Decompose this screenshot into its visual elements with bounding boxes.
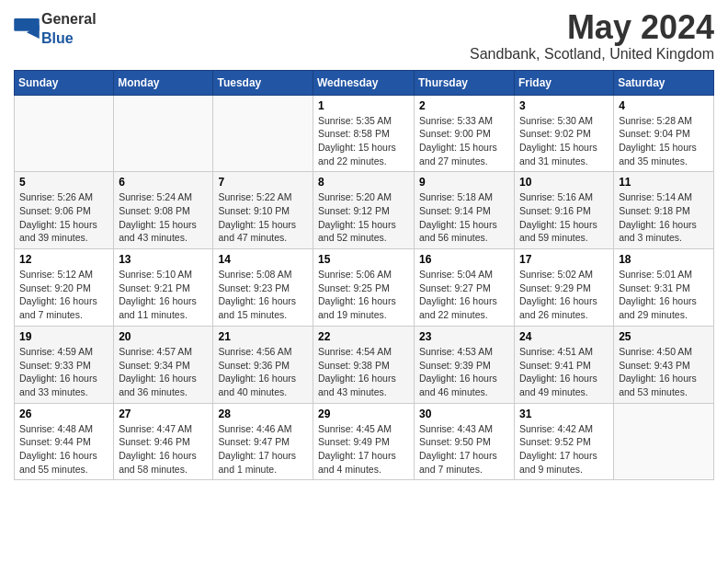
day-info: Sunrise: 5:12 AM Sunset: 9:20 PM Dayligh…	[19, 268, 108, 322]
month-title: May 2024	[470, 9, 714, 46]
calendar-cell: 16Sunrise: 5:04 AM Sunset: 9:27 PM Dayli…	[415, 249, 515, 327]
calendar-cell: 21Sunrise: 4:56 AM Sunset: 9:36 PM Dayli…	[213, 326, 313, 403]
day-number: 29	[318, 408, 409, 420]
day-info: Sunrise: 5:35 AM Sunset: 8:58 PM Dayligh…	[318, 114, 409, 168]
calendar-cell: 13Sunrise: 5:10 AM Sunset: 9:21 PM Dayli…	[114, 249, 213, 327]
day-number: 4	[619, 99, 709, 112]
calendar-cell	[614, 403, 714, 480]
logo-blue-text: Blue	[41, 30, 74, 46]
day-number: 13	[119, 253, 208, 266]
day-info: Sunrise: 4:53 AM Sunset: 9:39 PM Dayligh…	[419, 345, 509, 399]
page-header: General Blue May 2024 Sandbank, Scotland…	[14, 9, 714, 63]
header-row: SundayMondayTuesdayWednesdayThursdayFrid…	[15, 70, 714, 95]
calendar-cell: 3Sunrise: 5:30 AM Sunset: 9:02 PM Daylig…	[515, 95, 614, 172]
header-cell-saturday: Saturday	[614, 70, 714, 95]
day-number: 9	[419, 176, 509, 189]
day-number: 1	[318, 99, 409, 112]
generalblue-icon	[14, 18, 40, 39]
day-number: 28	[218, 408, 308, 420]
day-number: 12	[19, 253, 108, 266]
calendar-cell: 5Sunrise: 5:26 AM Sunset: 9:06 PM Daylig…	[15, 172, 114, 249]
day-info: Sunrise: 5:20 AM Sunset: 9:12 PM Dayligh…	[318, 190, 409, 245]
calendar-cell: 8Sunrise: 5:20 AM Sunset: 9:12 PM Daylig…	[313, 172, 415, 249]
calendar-cell: 15Sunrise: 5:06 AM Sunset: 9:25 PM Dayli…	[313, 249, 415, 327]
calendar-cell: 31Sunrise: 4:42 AM Sunset: 9:52 PM Dayli…	[515, 403, 614, 480]
day-number: 27	[119, 408, 208, 420]
calendar-cell: 17Sunrise: 5:02 AM Sunset: 9:29 PM Dayli…	[515, 249, 614, 327]
calendar-cell: 24Sunrise: 4:51 AM Sunset: 9:41 PM Dayli…	[515, 326, 614, 403]
calendar-cell: 14Sunrise: 5:08 AM Sunset: 9:23 PM Dayli…	[213, 249, 313, 327]
calendar-week-row: 1Sunrise: 5:35 AM Sunset: 8:58 PM Daylig…	[15, 95, 714, 172]
day-number: 16	[419, 253, 509, 266]
calendar-cell: 10Sunrise: 5:16 AM Sunset: 9:16 PM Dayli…	[515, 172, 614, 249]
calendar-cell: 9Sunrise: 5:18 AM Sunset: 9:14 PM Daylig…	[415, 172, 515, 249]
day-info: Sunrise: 4:51 AM Sunset: 9:41 PM Dayligh…	[519, 345, 609, 399]
header-cell-monday: Monday	[114, 70, 213, 95]
day-number: 5	[19, 176, 108, 189]
day-number: 26	[19, 408, 108, 420]
day-number: 23	[419, 330, 509, 343]
header-cell-friday: Friday	[515, 70, 614, 95]
day-number: 6	[119, 176, 208, 189]
header-cell-thursday: Thursday	[415, 70, 515, 95]
header-cell-sunday: Sunday	[15, 70, 114, 95]
day-info: Sunrise: 5:10 AM Sunset: 9:21 PM Dayligh…	[119, 268, 208, 322]
day-info: Sunrise: 5:24 AM Sunset: 9:08 PM Dayligh…	[119, 190, 208, 245]
calendar-cell: 18Sunrise: 5:01 AM Sunset: 9:31 PM Dayli…	[614, 249, 714, 327]
day-number: 14	[218, 253, 308, 266]
day-number: 3	[519, 99, 609, 112]
day-number: 24	[519, 330, 609, 343]
day-info: Sunrise: 5:14 AM Sunset: 9:18 PM Dayligh…	[619, 190, 709, 245]
calendar-header: SundayMondayTuesdayWednesdayThursdayFrid…	[15, 70, 714, 95]
day-info: Sunrise: 5:30 AM Sunset: 9:02 PM Dayligh…	[519, 114, 609, 168]
day-info: Sunrise: 4:42 AM Sunset: 9:52 PM Dayligh…	[519, 422, 609, 477]
day-info: Sunrise: 5:02 AM Sunset: 9:29 PM Dayligh…	[519, 268, 609, 322]
day-info: Sunrise: 4:47 AM Sunset: 9:46 PM Dayligh…	[119, 422, 208, 477]
day-number: 11	[619, 176, 709, 189]
calendar-body: 1Sunrise: 5:35 AM Sunset: 8:58 PM Daylig…	[15, 95, 714, 480]
calendar-cell: 25Sunrise: 4:50 AM Sunset: 9:43 PM Dayli…	[614, 326, 714, 403]
day-number: 8	[318, 176, 409, 189]
day-info: Sunrise: 5:33 AM Sunset: 9:00 PM Dayligh…	[419, 114, 509, 168]
day-number: 25	[619, 330, 709, 343]
calendar-cell	[213, 95, 313, 172]
calendar-table: SundayMondayTuesdayWednesdayThursdayFrid…	[14, 70, 714, 481]
calendar-cell: 6Sunrise: 5:24 AM Sunset: 9:08 PM Daylig…	[114, 172, 213, 249]
day-number: 19	[19, 330, 108, 343]
day-info: Sunrise: 4:45 AM Sunset: 9:49 PM Dayligh…	[318, 422, 409, 477]
day-info: Sunrise: 5:18 AM Sunset: 9:14 PM Dayligh…	[419, 190, 509, 245]
calendar-cell: 1Sunrise: 5:35 AM Sunset: 8:58 PM Daylig…	[313, 95, 415, 172]
calendar-week-row: 12Sunrise: 5:12 AM Sunset: 9:20 PM Dayli…	[15, 249, 714, 327]
day-number: 20	[119, 330, 208, 343]
day-info: Sunrise: 4:50 AM Sunset: 9:43 PM Dayligh…	[619, 345, 709, 399]
day-info: Sunrise: 4:46 AM Sunset: 9:47 PM Dayligh…	[218, 422, 308, 477]
calendar-cell: 19Sunrise: 4:59 AM Sunset: 9:33 PM Dayli…	[15, 326, 114, 403]
calendar-cell: 7Sunrise: 5:22 AM Sunset: 9:10 PM Daylig…	[213, 172, 313, 249]
day-info: Sunrise: 5:26 AM Sunset: 9:06 PM Dayligh…	[19, 190, 108, 245]
calendar-week-row: 26Sunrise: 4:48 AM Sunset: 9:44 PM Dayli…	[15, 403, 714, 480]
day-info: Sunrise: 5:06 AM Sunset: 9:25 PM Dayligh…	[318, 268, 409, 322]
day-info: Sunrise: 4:48 AM Sunset: 9:44 PM Dayligh…	[19, 422, 108, 477]
day-info: Sunrise: 4:56 AM Sunset: 9:36 PM Dayligh…	[218, 345, 308, 399]
location-text: Sandbank, Scotland, United Kingdom	[470, 46, 714, 63]
calendar-cell: 29Sunrise: 4:45 AM Sunset: 9:49 PM Dayli…	[313, 403, 415, 480]
calendar-cell: 23Sunrise: 4:53 AM Sunset: 9:39 PM Dayli…	[415, 326, 515, 403]
calendar-cell: 11Sunrise: 5:14 AM Sunset: 9:18 PM Dayli…	[614, 172, 714, 249]
calendar-cell: 12Sunrise: 5:12 AM Sunset: 9:20 PM Dayli…	[15, 249, 114, 327]
day-info: Sunrise: 5:16 AM Sunset: 9:16 PM Dayligh…	[519, 190, 609, 245]
day-number: 7	[218, 176, 308, 189]
day-info: Sunrise: 5:04 AM Sunset: 9:27 PM Dayligh…	[419, 268, 509, 322]
calendar-cell: 2Sunrise: 5:33 AM Sunset: 9:00 PM Daylig…	[415, 95, 515, 172]
calendar-cell: 26Sunrise: 4:48 AM Sunset: 9:44 PM Dayli…	[15, 403, 114, 480]
calendar-cell: 20Sunrise: 4:57 AM Sunset: 9:34 PM Dayli…	[114, 326, 213, 403]
day-info: Sunrise: 4:43 AM Sunset: 9:50 PM Dayligh…	[419, 422, 509, 477]
day-info: Sunrise: 5:22 AM Sunset: 9:10 PM Dayligh…	[218, 190, 308, 245]
day-info: Sunrise: 4:59 AM Sunset: 9:33 PM Dayligh…	[19, 345, 108, 399]
day-info: Sunrise: 4:57 AM Sunset: 9:34 PM Dayligh…	[119, 345, 208, 399]
day-info: Sunrise: 5:08 AM Sunset: 9:23 PM Dayligh…	[218, 268, 308, 322]
header-cell-wednesday: Wednesday	[313, 70, 415, 95]
calendar-cell	[114, 95, 213, 172]
calendar-cell: 4Sunrise: 5:28 AM Sunset: 9:04 PM Daylig…	[614, 95, 714, 172]
calendar-cell	[15, 95, 114, 172]
calendar-cell: 27Sunrise: 4:47 AM Sunset: 9:46 PM Dayli…	[114, 403, 213, 480]
